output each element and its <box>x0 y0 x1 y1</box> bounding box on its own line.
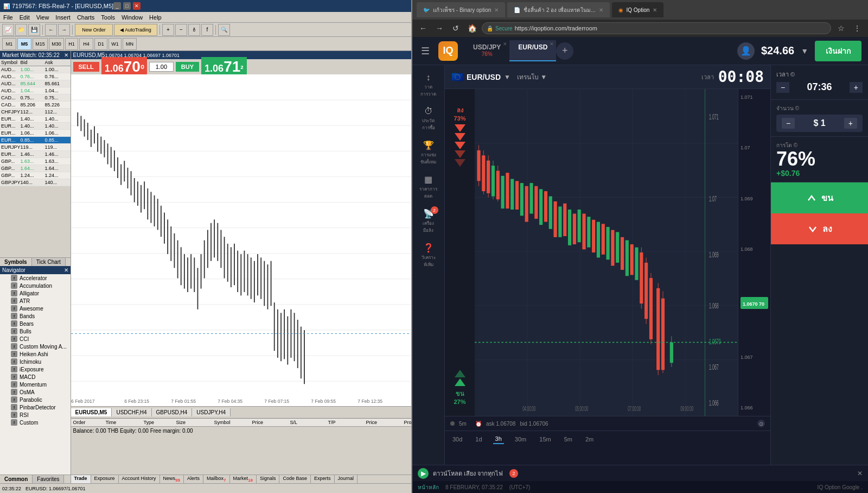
mw-row-eur1[interactable]: EUR...1.40...1.40... <box>0 116 71 123</box>
chart-tab-gbpusd[interactable]: GBPUSD,H4 <box>152 408 193 416</box>
mw-row-eur-active[interactable]: EUR...0.85...0.85... <box>0 137 71 144</box>
chart-type-selector[interactable]: เทรนโบ ▼ <box>517 72 547 82</box>
tb-save[interactable]: 💾 <box>28 24 40 36</box>
sell-button[interactable]: SELL <box>73 62 99 72</box>
tab-account-history[interactable]: Account History <box>119 475 160 483</box>
nav-bulls[interactable]: f Bulls <box>0 327 71 335</box>
tab-tick-chart[interactable]: Tick Chart <box>32 258 66 266</box>
pair-dropdown-icon[interactable]: ▼ <box>504 73 510 81</box>
tb-autotrading[interactable]: ◀ AutoTrading <box>114 24 157 36</box>
amount-plus-btn[interactable]: + <box>844 118 857 129</box>
home-button[interactable]: 🏠 <box>465 22 478 35</box>
menu-help[interactable]: Help <box>148 14 163 21</box>
time-minus-btn[interactable]: − <box>776 82 789 93</box>
tab-common[interactable]: Common <box>0 475 33 483</box>
tf-m15[interactable]: M15 <box>33 38 48 50</box>
tf-h4[interactable]: H4 <box>79 38 93 50</box>
tf-mn[interactable]: MN <box>123 38 137 50</box>
mw-row-gbp2[interactable]: GBP...1.64...1.64... <box>0 165 71 172</box>
tab-news[interactable]: News99 <box>160 475 184 483</box>
chart-tab-usdchf[interactable]: USDCHF,H4 <box>112 408 151 416</box>
tb-zoom-in[interactable]: + <box>162 24 174 36</box>
tf-30d[interactable]: 30d <box>450 435 464 444</box>
tab-experts[interactable]: Experts <box>311 475 335 483</box>
tf-h1[interactable]: H1 <box>65 38 78 50</box>
tab-favorites[interactable]: Favorites <box>33 475 64 483</box>
nav-heiken[interactable]: f Heiken Ashi <box>0 350 71 358</box>
mt-maximize-btn[interactable]: □ <box>123 2 131 10</box>
tab-exposure[interactable]: Exposure <box>91 475 119 483</box>
tb-indicators[interactable]: f <box>201 24 213 36</box>
tab-close-1[interactable]: ✕ <box>494 7 499 13</box>
tf-5m[interactable]: 5m <box>562 435 575 444</box>
tb-search[interactable]: 🔍 <box>218 24 230 36</box>
browser-tab-2[interactable]: 📄 ชื่อสิ้นค้า 2 อง เพื่อแหรดในม... ✕ <box>507 2 609 17</box>
amount-minus-btn[interactable]: − <box>782 118 795 129</box>
time-plus-btn[interactable]: + <box>850 82 863 93</box>
tb-fwd[interactable]: → <box>58 24 70 36</box>
tf-d1[interactable]: D1 <box>94 38 107 50</box>
forward-button[interactable]: → <box>433 22 446 35</box>
tool-draw[interactable]: ↕ วาดการวาด <box>417 69 441 101</box>
tf-3h[interactable]: 3h <box>493 434 504 444</box>
mw-row-chfjpy[interactable]: CHFJPY112...112... <box>0 109 71 116</box>
nav-rsi[interactable]: f RSI <box>0 411 71 419</box>
buy-button[interactable]: BUY <box>176 62 199 72</box>
menu-hamburger-icon[interactable]: ☰ <box>419 43 432 59</box>
address-bar[interactable]: 🔒 Secure https://iqoption.com/traderroom <box>482 22 831 34</box>
status-home-link[interactable]: หน้าหลัก <box>418 483 439 491</box>
tab-journal[interactable]: Journal <box>335 475 358 483</box>
nav-awesome[interactable]: f Awesome <box>0 305 71 312</box>
mw-row[interactable]: AUD...0.76...0.76... <box>0 73 71 80</box>
menu-file[interactable]: File <box>2 14 14 21</box>
tab-code-base[interactable]: Code Base <box>279 475 311 483</box>
menu-tools[interactable]: Tools <box>100 14 116 21</box>
browser-tab-1[interactable]: 🐦 แก้วเพ็ชร - Binary option ✕ <box>417 2 505 17</box>
tb-open[interactable]: 📁 <box>15 24 27 36</box>
mt-minimize-btn[interactable]: _ <box>113 2 121 10</box>
tab-alerts[interactable]: Alerts <box>184 475 203 483</box>
tab-mailbox[interactable]: Mailbox7 <box>203 475 229 483</box>
balance-dropdown-icon[interactable]: ▼ <box>801 47 808 55</box>
mw-row[interactable]: AUD...1.00...1.00... <box>0 66 71 73</box>
menu-window[interactable]: Window <box>120 14 144 21</box>
tf-m5[interactable]: M5 <box>17 38 31 50</box>
close-usdjpy-icon[interactable]: ✕ <box>503 41 507 47</box>
nav-pinbar[interactable]: f PinbarDetector <box>0 403 71 411</box>
mw-row-gbpjpy[interactable]: GBPJPY140...140... <box>0 179 71 186</box>
menu-charts[interactable]: Charts <box>76 14 95 21</box>
mw-row-cad[interactable]: CAD...0.75...0.75... <box>0 94 71 102</box>
asset-tab-usdjpy[interactable]: ✕ USD/JPY 76% <box>464 40 509 61</box>
close-eurusd-icon[interactable]: ✕ <box>550 41 554 47</box>
nav-exposure[interactable]: f iExposure <box>0 365 71 373</box>
tf-m30[interactable]: M30 <box>49 38 64 50</box>
tab-close-iq[interactable]: ✕ <box>653 7 657 13</box>
star-button[interactable]: ☆ <box>834 22 847 35</box>
back-button[interactable]: ← <box>417 22 430 35</box>
tf-1d[interactable]: 1d <box>473 435 484 444</box>
menu-edit[interactable]: Edit <box>18 14 31 21</box>
tb-new-chart[interactable]: 📈 <box>2 24 14 36</box>
deposit-button[interactable]: เงินฝาก <box>815 41 861 61</box>
tf-30m[interactable]: 30m <box>513 435 528 444</box>
tb-zoom-out[interactable]: − <box>175 24 187 36</box>
mt-close-btn[interactable]: ✕ <box>133 2 141 10</box>
tool-signals[interactable]: 2 📡 เครื่องมือลิง <box>417 205 441 237</box>
tf-w1[interactable]: W1 <box>108 38 122 50</box>
refresh-button[interactable]: ↺ <box>449 22 462 35</box>
mw-row-eur2[interactable]: EUR...1.40...1.40... <box>0 123 71 130</box>
nav-cci[interactable]: f CCI <box>0 335 71 343</box>
nav-ichimoku[interactable]: f Ichimoku <box>0 358 71 365</box>
nav-accelerator[interactable]: f Accelerator <box>0 274 71 282</box>
tab-symbols[interactable]: Symbols <box>0 258 32 266</box>
tool-price[interactable]: ▦ ราคาการดลด <box>417 171 441 203</box>
menu-view[interactable]: View <box>35 14 50 21</box>
tb-chart-type[interactable]: 🕯 <box>188 24 200 36</box>
tool-tournament[interactable]: 🏆 การแข่งขันทั้งหม <box>417 137 441 169</box>
browser-tab-iqoption[interactable]: ◉ IQ Option ✕ <box>612 2 664 17</box>
mw-row[interactable]: AUD...85.64485.661 <box>0 80 71 87</box>
nav-bears[interactable]: f Bears <box>0 320 71 327</box>
tab-close-2[interactable]: ✕ <box>599 7 603 13</box>
mw-row-gbp1[interactable]: GBP...1.63...1.63... <box>0 158 71 165</box>
nav-parabolic[interactable]: f Parabolic <box>0 396 71 403</box>
